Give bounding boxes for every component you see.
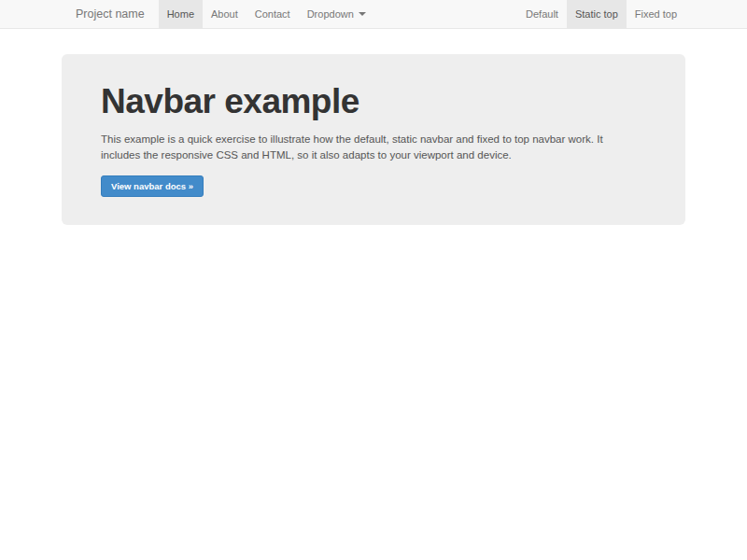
nav-link-about[interactable]: About <box>203 0 247 28</box>
nav-dropdown-label: Dropdown <box>307 8 354 20</box>
nav-item-static-top: Static top <box>567 0 627 28</box>
nav-item-dropdown: Dropdown <box>299 0 374 28</box>
navbar-brand[interactable]: Project name <box>62 0 159 28</box>
nav-item-fixed-top: Fixed top <box>627 0 685 28</box>
jumbotron: Navbar example This example is a quick e… <box>62 54 685 225</box>
navbar-left-nav: Home About Contact Dropdown <box>159 0 374 28</box>
nav-link-fixed-top[interactable]: Fixed top <box>627 0 685 28</box>
nav-link-default[interactable]: Default <box>517 0 567 28</box>
nav-item-default: Default <box>517 0 567 28</box>
view-navbar-docs-button[interactable]: View navbar docs » <box>101 175 204 197</box>
nav-item-about: About <box>203 0 247 28</box>
nav-link-static-top[interactable]: Static top <box>567 0 627 28</box>
page-title: Navbar example <box>101 82 646 122</box>
nav-link-contact[interactable]: Contact <box>247 0 299 28</box>
navbar-container: Project name Home About Contact Dropdown… <box>62 0 685 28</box>
nav-item-contact: Contact <box>247 0 299 28</box>
nav-link-home[interactable]: Home <box>159 0 203 28</box>
navbar: Project name Home About Contact Dropdown… <box>0 0 747 29</box>
nav-item-home: Home <box>159 0 203 28</box>
main-container: Navbar example This example is a quick e… <box>62 54 685 225</box>
nav-link-dropdown[interactable]: Dropdown <box>299 0 374 28</box>
jumbotron-description: This example is a quick exercise to illu… <box>101 132 642 163</box>
navbar-right-nav: Default Static top Fixed top <box>517 0 685 28</box>
caret-down-icon <box>359 12 366 16</box>
